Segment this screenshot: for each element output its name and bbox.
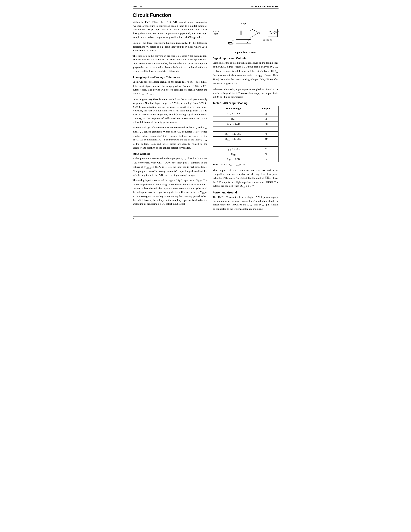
table-cell: FF bbox=[254, 116, 278, 122]
table-cell-dots: • • • bbox=[213, 126, 254, 131]
table-cell: 80 bbox=[254, 131, 278, 137]
table-row: RBX + 127 LSB 7F bbox=[213, 137, 278, 142]
table-cell: RBX - 1 LSB bbox=[213, 157, 254, 162]
svg-text:65-1103-02: 65-1103-02 bbox=[263, 39, 271, 41]
svg-text:VCLPX: VCLPX bbox=[228, 38, 234, 41]
table-cell: 00 bbox=[254, 152, 278, 157]
page-header: TMC1103 PRODUCT SPECIFICATION bbox=[133, 5, 279, 9]
svg-text:A/D Converter: A/D Converter bbox=[269, 30, 279, 32]
table-cell: RBX + 128 LSB bbox=[213, 131, 254, 137]
svg-rect-11 bbox=[268, 29, 278, 37]
intro-p1: Within the TMC1103 are three 8-bit A/D c… bbox=[133, 20, 207, 39]
svg-text:VINX: VINX bbox=[250, 29, 255, 32]
digital-p2: Whenever the analog input signal is samp… bbox=[213, 87, 279, 99]
svg-text:Analog: Analog bbox=[213, 30, 219, 32]
left-column: Within the TMC1103 are three 8-bit A/D c… bbox=[133, 20, 207, 212]
digital-p1: Sampling of the applied input signal occ… bbox=[213, 61, 279, 86]
clamps-p2: The analog input is corrected through a … bbox=[133, 178, 207, 206]
analog-p2: Input range is very flexible and extends… bbox=[133, 97, 207, 124]
svg-line-19 bbox=[247, 37, 251, 44]
table-row: RTX + 1 LSB FF bbox=[213, 111, 278, 116]
clamps-p1: A clamp circuit is connected to the inpu… bbox=[133, 156, 207, 177]
table-cell-dots: • • • bbox=[254, 142, 278, 146]
table-cell: FE bbox=[254, 122, 278, 127]
table-cell-dots: • • • bbox=[254, 126, 278, 131]
svg-text:0.1μF: 0.1μF bbox=[241, 22, 246, 25]
table-row: RTX FF bbox=[213, 116, 278, 122]
intro-p3: The first step in the conversion process… bbox=[133, 54, 207, 73]
intro-p2: Each of the three converters function id… bbox=[133, 41, 207, 52]
power-ground-title: Power and Ground bbox=[213, 191, 279, 194]
power-p1: The TMC1103 operates from a single +5 Vo… bbox=[213, 195, 279, 211]
svg-text:Input: Input bbox=[214, 33, 218, 35]
table-row: RTX - 1 LSB FE bbox=[213, 122, 278, 127]
table-cell: RBX + 1 LSB bbox=[213, 146, 254, 152]
circuit-diagram: 0.1μF Analog Input VINX bbox=[213, 21, 279, 50]
table-row: RBX - 1 LSB 00 bbox=[213, 157, 278, 162]
digital-inputs-title: Digital Inputs and Outputs bbox=[213, 57, 279, 60]
table-cell: RBX bbox=[213, 152, 254, 157]
table-cell: 01 bbox=[254, 146, 278, 152]
table-cell: 7F bbox=[254, 137, 278, 142]
diagram-caption: Input Clamp Circuit bbox=[213, 51, 279, 54]
ad-output-coding-table: Input Voltage Output RTX + 1 LSB FF RTX … bbox=[213, 106, 279, 162]
page-number: 2 bbox=[133, 216, 279, 220]
table-row: RBX + 1 LSB 01 bbox=[213, 146, 278, 152]
header-right: PRODUCT SPECIFICATION bbox=[251, 5, 279, 8]
table-cell: RBX + 127 LSB bbox=[213, 137, 254, 142]
table-cell: 00 bbox=[254, 157, 278, 162]
svg-text:CLPX: CLPX bbox=[228, 43, 234, 46]
table-title: Table 1. A/D Output Coding bbox=[213, 102, 279, 105]
page-title: Circuit Function bbox=[133, 12, 279, 18]
table-cell: RTX - 1 LSB bbox=[213, 122, 254, 127]
input-clamps-title: Input Clamps bbox=[133, 152, 207, 155]
right-column: 0.1μF Analog Input VINX bbox=[213, 20, 279, 212]
table-cell: RTX + 1 LSB bbox=[213, 111, 254, 116]
table-row-dots: • • • • • • bbox=[213, 126, 278, 131]
table-row-dots: • • • • • • bbox=[213, 142, 278, 146]
table-col2-header: Output bbox=[254, 106, 278, 111]
table-cell: RTX bbox=[213, 116, 254, 122]
table-para1: The outputs of the TMC1103 are CMOS- and… bbox=[213, 169, 279, 189]
table-row: RBX + 128 LSB 80 bbox=[213, 131, 278, 137]
table-note: Note: 1 LSB = (RTX – RBX) / 255 bbox=[213, 163, 279, 167]
svg-marker-8 bbox=[251, 29, 259, 37]
circuit-diagram-wrapper: 0.1μF Analog Input VINX bbox=[213, 20, 279, 54]
table-col1-header: Input Voltage bbox=[213, 106, 254, 111]
header-left: TMC1103 bbox=[133, 5, 142, 8]
analog-p3: External voltage reference sources are c… bbox=[133, 125, 207, 150]
table-cell: FF bbox=[254, 111, 278, 116]
analog-p1: Each A/D accepts analog signals in the r… bbox=[133, 80, 207, 96]
table-cell-dots: • • • bbox=[213, 142, 254, 146]
table-row: RBX 00 bbox=[213, 152, 278, 157]
analog-input-title: Analog Input and Voltage References bbox=[133, 76, 207, 79]
